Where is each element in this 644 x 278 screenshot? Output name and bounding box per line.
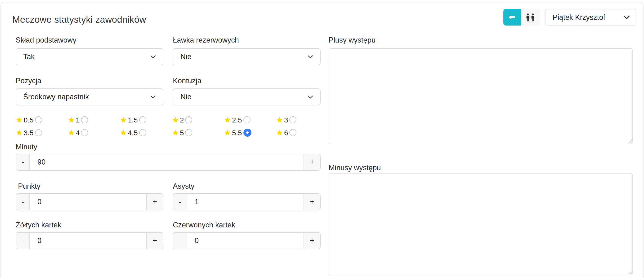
rating-row-1: 0.5 1 1.5 2 2.5 3 bbox=[16, 116, 328, 124]
rating-value: 3 bbox=[284, 116, 288, 124]
star-icon bbox=[16, 129, 23, 136]
star-icon bbox=[224, 116, 231, 123]
star-icon bbox=[172, 129, 179, 136]
czerwonych-kartek-increment-button[interactable]: + bbox=[304, 233, 320, 249]
rating-value: 6 bbox=[284, 129, 288, 137]
star-icon bbox=[276, 129, 283, 136]
kontuzja-value: Nie bbox=[180, 93, 192, 101]
rating-option: 4.5 bbox=[120, 129, 172, 137]
rating-radio[interactable] bbox=[139, 116, 146, 123]
rating-option: 1.5 bbox=[120, 116, 172, 124]
rating-radio[interactable] bbox=[139, 129, 146, 136]
pozycja-label: Pozycja bbox=[16, 77, 42, 85]
rating-radio[interactable] bbox=[290, 129, 297, 136]
plusy-wystepu-textarea[interactable] bbox=[329, 48, 633, 144]
back-button[interactable] bbox=[503, 9, 521, 25]
asysty-increment-button[interactable]: + bbox=[304, 194, 320, 210]
minuty-decrement-button[interactable]: - bbox=[16, 154, 30, 170]
lawka-rezerwowych-label: Ławka rezerwowych bbox=[173, 36, 239, 44]
asysty-input[interactable] bbox=[187, 194, 304, 210]
rating-row-2: 3.5 4 4.5 5 5.5 6 bbox=[16, 129, 328, 137]
rating-radio[interactable] bbox=[186, 129, 192, 136]
asysty-decrement-button[interactable]: - bbox=[173, 194, 187, 210]
minuty-increment-button[interactable]: + bbox=[304, 154, 320, 170]
rating-option: 3 bbox=[276, 116, 328, 124]
rating-option: 4 bbox=[68, 129, 120, 137]
rating-value: 5 bbox=[180, 129, 184, 137]
zoltych-kartek-input[interactable] bbox=[30, 233, 146, 249]
rating-option: 1 bbox=[68, 116, 120, 124]
rating-radio-selected[interactable] bbox=[244, 129, 252, 137]
star-icon bbox=[224, 129, 231, 136]
star-icon bbox=[172, 116, 179, 123]
page: Meczowe statystyki zawodników Piątek Krz… bbox=[0, 0, 644, 278]
star-icon bbox=[276, 116, 283, 123]
chevron-down-icon bbox=[624, 15, 630, 19]
rating-value: 3.5 bbox=[24, 129, 34, 137]
rating-radio[interactable] bbox=[81, 116, 88, 123]
zoltych-kartek-increment-button[interactable]: + bbox=[146, 233, 163, 249]
chevron-down-icon bbox=[308, 95, 313, 99]
minusy-wystepu-textarea[interactable] bbox=[329, 173, 633, 275]
punkty-decrement-button[interactable]: - bbox=[16, 194, 30, 210]
people-icon bbox=[526, 13, 536, 21]
lawka-rezerwowych-select[interactable]: Nie bbox=[173, 48, 320, 65]
minuty-input[interactable] bbox=[30, 154, 304, 170]
rating-radio[interactable] bbox=[35, 116, 42, 123]
star-icon bbox=[68, 116, 75, 123]
chevron-down-icon bbox=[308, 55, 313, 58]
rating-radio[interactable] bbox=[244, 116, 250, 123]
player-select-value: Piątek Krzysztof bbox=[552, 13, 605, 21]
rating-option: 5 bbox=[172, 129, 224, 137]
punkty-input[interactable] bbox=[30, 194, 146, 210]
rating-radio[interactable] bbox=[186, 116, 192, 123]
star-icon bbox=[68, 129, 75, 136]
star-icon bbox=[120, 129, 127, 136]
rating-option: 6 bbox=[276, 129, 328, 137]
lawka-rezerwowych-value: Nie bbox=[180, 52, 192, 61]
star-icon bbox=[16, 116, 23, 123]
rating-option: 2.5 bbox=[224, 116, 276, 124]
players-button[interactable] bbox=[521, 9, 540, 25]
kontuzja-select[interactable]: Nie bbox=[173, 88, 320, 105]
match-stats-card: Meczowe statystyki zawodników Piątek Krz… bbox=[0, 2, 644, 278]
czerwonych-kartek-decrement-button[interactable]: - bbox=[173, 233, 187, 249]
zoltych-kartek-stepper: - + bbox=[16, 232, 163, 249]
chevron-down-icon bbox=[150, 55, 156, 58]
rating-value: 1 bbox=[76, 116, 80, 124]
page-title: Meczowe statystyki zawodników bbox=[12, 14, 146, 25]
plusy-wystepu-label: Plusy występu bbox=[329, 36, 376, 44]
rating-value: 2 bbox=[180, 116, 184, 124]
kontuzja-label: Kontuzja bbox=[173, 77, 202, 85]
zoltych-kartek-decrement-button[interactable]: - bbox=[16, 233, 30, 249]
rating-option: 0.5 bbox=[16, 116, 68, 124]
rating-option-selected: 5.5 bbox=[224, 129, 276, 137]
punkty-stepper: - + bbox=[16, 193, 163, 210]
punkty-increment-button[interactable]: + bbox=[146, 194, 163, 210]
rating-option: 3.5 bbox=[16, 129, 68, 137]
sklad-podstawowy-value: Tak bbox=[23, 52, 34, 61]
star-icon bbox=[120, 116, 127, 123]
header-controls: Piątek Krzysztof bbox=[503, 9, 636, 25]
punkty-label: Punkty bbox=[18, 182, 40, 191]
rating-radio[interactable] bbox=[35, 129, 42, 136]
pozycja-value: Środkowy napastnik bbox=[23, 93, 89, 101]
asysty-label: Asysty bbox=[173, 182, 194, 191]
rating-radio[interactable] bbox=[290, 116, 297, 123]
player-select[interactable]: Piątek Krzysztof bbox=[545, 9, 636, 25]
pozycja-select[interactable]: Środkowy napastnik bbox=[16, 88, 163, 105]
chevron-down-icon bbox=[150, 95, 156, 99]
rating-value: 4.5 bbox=[128, 129, 138, 137]
czerwonych-kartek-input[interactable] bbox=[187, 233, 304, 249]
minuty-label: Minuty bbox=[16, 143, 37, 151]
rating-radio[interactable] bbox=[81, 129, 88, 136]
asysty-stepper: - + bbox=[173, 193, 320, 210]
arrow-left-icon bbox=[508, 13, 516, 22]
czerwonych-kartek-label: Czerwonych kartek bbox=[173, 221, 235, 229]
rating-value: 2.5 bbox=[232, 116, 242, 124]
czerwonych-kartek-stepper: - + bbox=[173, 232, 320, 249]
minuty-stepper: - + bbox=[16, 154, 320, 171]
sklad-podstawowy-select[interactable]: Tak bbox=[16, 48, 163, 65]
minusy-wystepu-label: Minusy występu bbox=[329, 164, 381, 172]
rating-value: 4 bbox=[76, 129, 80, 137]
